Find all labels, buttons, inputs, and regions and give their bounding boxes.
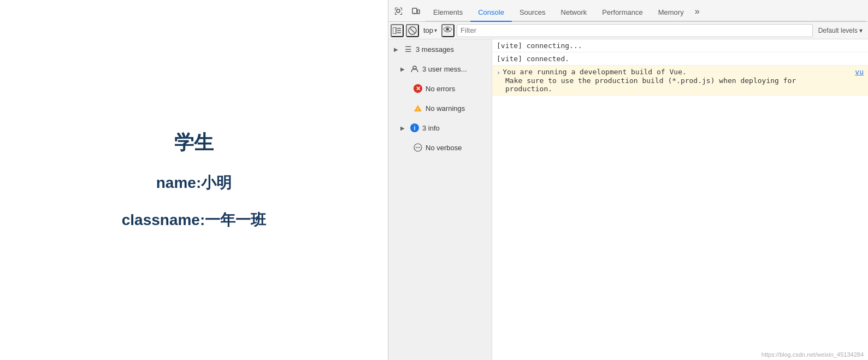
sidebar-item-user-messages[interactable]: ▶ 3 user mess...	[388, 59, 492, 79]
tab-network[interactable]: Network	[553, 4, 595, 22]
svg-point-0	[397, 9, 400, 13]
inspect-icon[interactable]	[391, 3, 406, 19]
chevron-icon: ▶	[400, 66, 407, 72]
sidebar-label-verbose: No verbose	[426, 144, 486, 152]
page-name: name:小明	[156, 173, 232, 193]
default-levels-dropdown[interactable]: Default levels ▾	[815, 26, 866, 36]
sidebar-toggle-icon[interactable]	[391, 24, 404, 37]
list-icon: ☰	[404, 45, 412, 54]
page-classname: classname:一年一班	[122, 210, 267, 231]
chevron-icon: ▶	[394, 46, 400, 52]
chevron-icon: ▶	[400, 125, 407, 131]
console-sidebar: ▶ ☰ 3 messages ▶ 3 user mess... ✕ No err	[388, 39, 492, 360]
sidebar-label-messages: 3 messages	[416, 45, 486, 54]
console-text: [vite] connected.	[497, 55, 864, 63]
sidebar-item-warnings[interactable]: ! No warnings	[388, 98, 492, 118]
svg-text:!: !	[417, 107, 418, 112]
console-text: You are running a development build of V…	[503, 68, 853, 76]
console-line-vite-connecting: [vite] connecting...	[492, 39, 868, 52]
svg-point-3	[414, 12, 415, 13]
clear-console-icon[interactable]	[406, 24, 419, 37]
sidebar-label-user-messages: 3 user mess...	[422, 65, 486, 73]
sidebar-item-errors[interactable]: ✕ No errors	[388, 79, 492, 98]
svg-point-15	[417, 147, 418, 148]
sidebar-label-errors: No errors	[426, 85, 486, 93]
svg-line-9	[410, 28, 415, 33]
console-empty-space	[492, 96, 868, 349]
sidebar-item-info[interactable]: ▶ i 3 info	[388, 118, 492, 138]
console-toolbar: top ▾ 👁 Default levels ▾	[388, 22, 868, 39]
console-text: [vite] connecting...	[497, 42, 864, 50]
console-line-vite-connected: [vite] connected.	[492, 52, 868, 66]
tab-elements[interactable]: Elements	[426, 4, 470, 22]
tab-performance[interactable]: Performance	[594, 4, 650, 22]
svg-rect-2	[417, 10, 420, 14]
console-text-continuation: Make sure to use the production build (*…	[497, 76, 864, 93]
devtools-panel: Elements Console Sources Network Perform…	[388, 0, 868, 360]
tab-bar: Elements Console Sources Network Perform…	[426, 0, 866, 22]
context-label: top	[423, 26, 433, 34]
tab-memory[interactable]: Memory	[651, 4, 692, 22]
vue-link[interactable]: vu	[855, 68, 864, 76]
console-output: [vite] connecting... [vite] connected. ›…	[492, 39, 868, 360]
console-body: ▶ ☰ 3 messages ▶ 3 user mess... ✕ No err	[388, 39, 868, 360]
verbose-icon	[414, 143, 422, 152]
tab-sources[interactable]: Sources	[512, 4, 553, 22]
user-icon	[410, 64, 419, 73]
sidebar-item-verbose[interactable]: No verbose	[388, 138, 492, 157]
warning-icon: !	[414, 104, 422, 113]
expand-icon[interactable]: ›	[497, 69, 500, 76]
svg-point-16	[419, 147, 420, 148]
page-title: 学生	[174, 129, 214, 156]
context-dropdown-icon: ▾	[434, 27, 437, 33]
sidebar-label-warnings: No warnings	[426, 104, 486, 113]
sidebar-item-messages[interactable]: ▶ ☰ 3 messages	[388, 39, 492, 59]
sidebar-label-info: 3 info	[422, 124, 486, 132]
console-area: top ▾ 👁 Default levels ▾ ▶ ☰ 3 messages …	[388, 22, 868, 360]
more-tabs-icon[interactable]: »	[692, 2, 703, 21]
tab-console[interactable]: Console	[470, 4, 512, 22]
context-selector[interactable]: top ▾	[421, 25, 439, 36]
devtools-tabbar: Elements Console Sources Network Perform…	[388, 0, 868, 22]
svg-rect-4	[393, 27, 396, 34]
eye-icon[interactable]: 👁	[441, 24, 454, 37]
page-content: 学生 name:小明 classname:一年一班	[0, 0, 388, 360]
svg-point-14	[416, 147, 417, 148]
info-icon: i	[410, 123, 419, 132]
console-line-vue-warning: › You are running a development build of…	[492, 66, 868, 96]
device-icon[interactable]	[408, 3, 423, 19]
error-icon: ✕	[414, 84, 422, 93]
console-url[interactable]: https://blog.csdn.net/weixin_45134284	[492, 349, 868, 360]
filter-input[interactable]	[457, 24, 813, 37]
